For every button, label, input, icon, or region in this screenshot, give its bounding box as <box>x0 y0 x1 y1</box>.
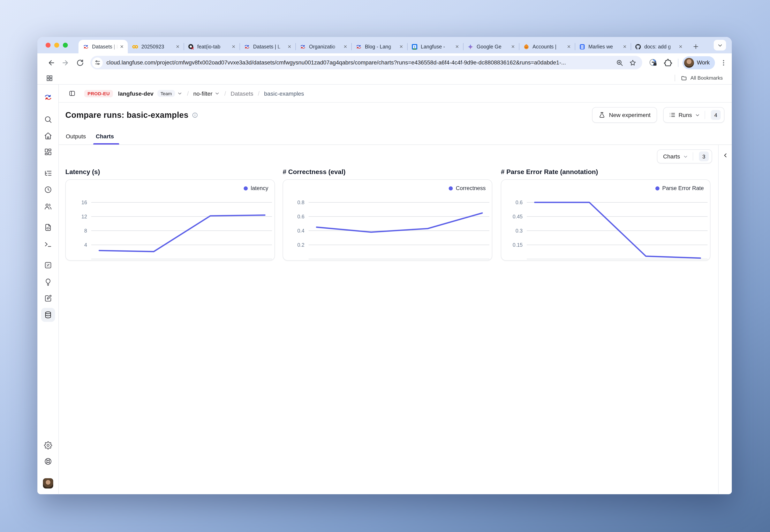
dashboards-icon[interactable] <box>44 148 52 156</box>
page-tabs: Outputs Charts <box>59 127 732 145</box>
tracing-icon[interactable] <box>44 169 52 177</box>
chevron-down-icon <box>683 154 688 159</box>
profile-avatar <box>684 58 694 68</box>
back-icon[interactable] <box>47 58 55 67</box>
users-icon[interactable] <box>44 202 52 211</box>
minimize-window-button[interactable] <box>54 43 59 48</box>
sidebar-toggle-icon[interactable] <box>69 90 76 97</box>
browser-tab[interactable]: feat(io-tab <box>184 40 240 53</box>
browser-tab[interactable]: Datasets | L <box>240 40 296 53</box>
tab-charts[interactable]: Charts <box>96 133 114 140</box>
datasets-icon[interactable] <box>41 308 55 322</box>
sidebar <box>37 85 59 494</box>
page-header: Compare runs: basic-examples New experim… <box>59 103 732 127</box>
forward-icon[interactable] <box>61 58 69 67</box>
chevron-down-icon[interactable] <box>215 91 220 96</box>
tab-title: Marlies we <box>589 44 621 49</box>
url-text[interactable]: cloud.langfuse.com/project/cmfwgv8fx002o… <box>106 60 616 66</box>
tab-close-icon[interactable] <box>174 43 181 50</box>
browser-tab[interactable]: docs: add g <box>631 40 687 53</box>
right-rail <box>718 145 732 494</box>
browser-profile-button[interactable]: Work <box>683 56 715 69</box>
browser-menu-icon[interactable] <box>720 59 728 66</box>
tab-close-icon[interactable] <box>509 43 516 50</box>
header-actions: New experiment Runs 4 <box>592 107 724 123</box>
maximize-window-button[interactable] <box>63 43 68 48</box>
browser-tab[interactable]: Blog - Lang <box>351 40 407 53</box>
tab-search-button[interactable] <box>714 40 726 50</box>
home-icon[interactable] <box>44 132 52 140</box>
main-panel: PROD-EU langfuse-dev Team / no-filter / … <box>59 85 732 494</box>
line-chart-svg: 0.20.40.60.8 <box>283 180 492 261</box>
project-name[interactable]: no-filter <box>193 90 213 97</box>
extensions-puzzle-icon[interactable] <box>664 58 673 67</box>
annotation-queues-icon[interactable] <box>44 294 52 303</box>
tab-close-icon[interactable] <box>454 43 460 50</box>
toolbar-divider <box>678 58 678 67</box>
notes-list-icon <box>579 43 586 50</box>
chart-card: 481216latency <box>65 179 275 261</box>
site-info-icon[interactable] <box>92 57 103 68</box>
svg-text:6: 6 <box>414 45 415 48</box>
tab-title: Accounts | <box>532 44 565 49</box>
breadcrumb-datasets-link[interactable]: Datasets <box>231 90 253 97</box>
browser-tab[interactable]: Datasets | L <box>78 40 128 53</box>
langfuse-logo-icon[interactable] <box>43 93 52 102</box>
browser-tab[interactable]: Google Ge <box>463 40 519 53</box>
tab-title: Organizatio <box>309 44 342 49</box>
org-plan-badge: Team <box>157 90 175 97</box>
collapse-panel-icon[interactable] <box>722 152 729 158</box>
chart-block: # Correctness (eval)0.20.40.60.8Correctn… <box>283 168 492 261</box>
tab-outputs[interactable]: Outputs <box>66 133 86 140</box>
chevron-down-icon[interactable] <box>177 91 182 96</box>
tab-close-icon[interactable] <box>565 43 572 50</box>
reload-icon[interactable] <box>76 58 84 67</box>
browser-tab[interactable]: Marlies we <box>575 40 631 53</box>
prompts-icon[interactable] <box>44 223 52 232</box>
series-line <box>535 202 700 258</box>
search-icon[interactable] <box>44 115 52 124</box>
close-window-button[interactable] <box>46 43 50 48</box>
org-name[interactable]: langfuse-dev <box>118 90 153 97</box>
password-manager-icon[interactable] <box>649 58 658 67</box>
tab-close-icon[interactable] <box>398 43 404 50</box>
bookmark-star-icon[interactable] <box>629 59 637 66</box>
playground-terminal-icon[interactable] <box>44 240 52 248</box>
all-bookmarks-button[interactable]: All Bookmarks <box>675 75 723 81</box>
settings-gear-icon[interactable] <box>44 441 52 449</box>
info-icon[interactable] <box>192 112 198 118</box>
browser-tab[interactable]: 20250923 <box>128 40 184 53</box>
langfuse-app: PROD-EU langfuse-dev Team / no-filter / … <box>37 85 732 494</box>
llm-judge-lightbulb-icon[interactable] <box>44 278 52 286</box>
apps-grid-icon[interactable] <box>46 75 53 81</box>
browser-tab[interactable]: 6Langfuse - <box>407 40 463 53</box>
user-avatar[interactable] <box>43 478 53 488</box>
tab-close-icon[interactable] <box>286 43 293 50</box>
browser-tab[interactable]: Organizatio <box>296 40 351 53</box>
tab-title: 20250923 <box>141 44 174 49</box>
runs-dropdown-button[interactable]: Runs 4 <box>663 107 724 123</box>
tab-close-icon[interactable] <box>621 43 628 50</box>
button-divider <box>705 111 705 119</box>
tab-close-icon[interactable] <box>230 43 237 50</box>
sessions-clock-icon[interactable] <box>44 186 52 194</box>
scores-icon[interactable] <box>44 261 52 269</box>
new-experiment-button[interactable]: New experiment <box>592 107 657 123</box>
browser-tab[interactable]: Accounts | <box>519 40 575 53</box>
tab-close-icon[interactable] <box>677 43 684 50</box>
desktop: Datasets | L20250923feat(io-tabDatasets … <box>0 0 770 532</box>
new-tab-button[interactable] <box>690 41 701 52</box>
support-lifebuoy-icon[interactable] <box>44 457 52 465</box>
tab-close-icon[interactable] <box>342 43 348 50</box>
legend-label: Parse Error Rate <box>662 185 704 191</box>
folder-icon <box>681 75 687 81</box>
tab-close-icon[interactable] <box>118 43 125 50</box>
tab-title: Datasets | L <box>253 44 286 49</box>
chart-block: # Parse Error Rate (annotation)0.150.30.… <box>501 168 710 261</box>
google-calendar-icon: 6 <box>411 43 418 50</box>
zoom-icon[interactable] <box>616 59 623 66</box>
address-bar[interactable]: cloud.langfuse.com/project/cmfwgv8fx002o… <box>90 56 642 69</box>
bookmarks-divider <box>675 75 675 81</box>
charts-dropdown-button[interactable]: Charts 3 <box>657 149 712 163</box>
chart-block: Latency (s)481216latency <box>65 168 275 261</box>
